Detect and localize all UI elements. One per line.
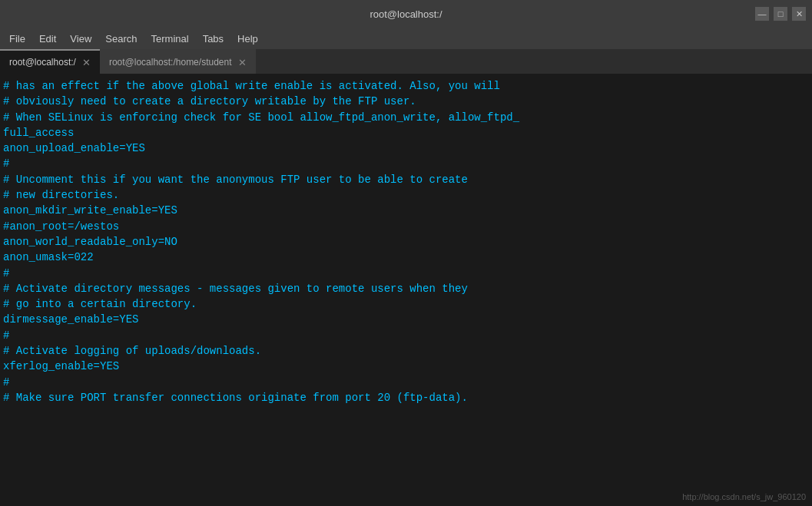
terminal-content[interactable]: # has an effect if the above global writ…	[0, 74, 812, 410]
tab-2-label: root@localhost:/home/student	[109, 57, 232, 68]
menu-edit[interactable]: Edit	[33, 31, 62, 46]
watermark: http://blog.csdn.net/s_jw_960120	[682, 492, 806, 501]
title-bar: root@localhost:/ — □ ✕	[0, 0, 812, 28]
tab-2-close[interactable]: ✕	[238, 58, 247, 68]
tab-1-close[interactable]: ✕	[82, 58, 91, 68]
menu-view[interactable]: View	[64, 31, 98, 46]
tab-2[interactable]: root@localhost:/home/student ✕	[100, 49, 256, 74]
window-controls: — □ ✕	[755, 7, 806, 21]
menu-bar: File Edit View Search Terminal Tabs Help	[0, 28, 812, 49]
tab-bar: root@localhost:/ ✕ root@localhost:/home/…	[0, 49, 812, 74]
menu-search[interactable]: Search	[99, 31, 143, 46]
menu-terminal[interactable]: Terminal	[145, 31, 195, 46]
maximize-button[interactable]: □	[774, 7, 787, 21]
terminal-wrapper: # has an effect if the above global writ…	[0, 74, 812, 506]
menu-help[interactable]: Help	[231, 31, 264, 46]
menu-tabs[interactable]: Tabs	[197, 31, 230, 46]
terminal-window: root@localhost:/ — □ ✕ File Edit View Se…	[0, 0, 812, 506]
tab-1-label: root@localhost:/	[9, 57, 76, 68]
minimize-button[interactable]: —	[755, 7, 769, 21]
window-title: root@localhost:/	[370, 8, 442, 20]
close-button[interactable]: ✕	[792, 7, 806, 21]
tab-1[interactable]: root@localhost:/ ✕	[0, 49, 100, 74]
menu-file[interactable]: File	[3, 31, 31, 46]
